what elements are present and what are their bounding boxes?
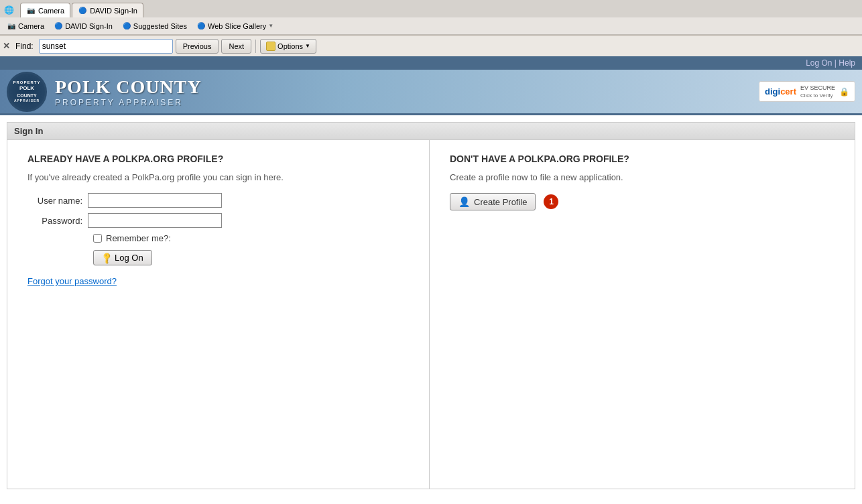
fav-webslice[interactable]: 🔵 Web Slice Gallery ▼ [192, 20, 278, 32]
fav-camera-label: Camera [18, 22, 44, 30]
right-section-title: DON'T HAVE A POLKPA.ORG PROFILE? [450, 153, 835, 164]
lock-icon: 🔒 [839, 87, 849, 97]
next-button[interactable]: Next [221, 39, 251, 54]
ev-secure-label: EV SECURE [800, 84, 835, 92]
username-row: User name: [34, 193, 409, 208]
signin-content: ALREADY HAVE A POLKPA.ORG PROFILE? If yo… [7, 140, 855, 489]
create-profile-button[interactable]: 👤 Create Profile [450, 193, 536, 210]
header-top-separator: | [835, 58, 837, 68]
site-subtitle: PROPERTY APPRAISER [55, 98, 202, 107]
signin-panel-title: Sign In [14, 126, 43, 136]
logon-button-label: Log On [115, 253, 143, 263]
logo-text-polk: POLK [13, 85, 40, 92]
password-row: Password: [34, 213, 409, 228]
site-header: PROPERTY POLK COUNTY APPRAISER POLK COUN… [0, 70, 862, 115]
user-icon: 👤 [458, 196, 470, 207]
header-left: PROPERTY POLK COUNTY APPRAISER POLK COUN… [7, 72, 202, 112]
find-label: Find: [15, 42, 34, 51]
signin-panel: Sign In ALREADY HAVE A POLKPA.ORG PROFIL… [7, 122, 855, 489]
options-button[interactable]: Options ▼ [260, 39, 316, 54]
fav-camera-icon: 📷 [7, 21, 16, 31]
options-label: Options [278, 42, 303, 50]
click-to-verify-label: Click to Verify [800, 92, 835, 99]
right-section-desc: Create a profile now to file a new appli… [450, 172, 835, 182]
fav-suggested-icon: 🔵 [122, 21, 131, 31]
site-title-block: POLK COUNTY PROPERTY APPRAISER [55, 76, 202, 107]
help-link[interactable]: Help [839, 58, 855, 68]
tab-bar: 🌐 📷 Camera 🔵 DAVID Sign-In [0, 0, 862, 17]
fav-suggested-label: Suggested Sites [133, 22, 187, 30]
notification-badge: 1 [544, 194, 558, 209]
site-title: POLK COUNTY [55, 76, 202, 98]
fav-suggested[interactable]: 🔵 Suggested Sites [118, 20, 191, 32]
options-dropdown-arrow: ▼ [305, 43, 310, 49]
find-separator [255, 40, 256, 53]
left-section-desc: If you've already created a PolkPa.org p… [27, 172, 409, 182]
fav-camera[interactable]: 📷 Camera [3, 20, 48, 32]
tab-label-camera: Camera [38, 7, 64, 15]
signin-left: ALREADY HAVE A POLKPA.ORG PROFILE? If yo… [7, 140, 430, 489]
site-logo: PROPERTY POLK COUNTY APPRAISER [7, 72, 47, 112]
signin-panel-header: Sign In [7, 123, 855, 140]
key-icon: 🔑 [100, 251, 114, 265]
tab-david[interactable]: 🔵 DAVID Sign-In [72, 3, 143, 17]
digicert-right: EV SECURE Click to Verify [800, 84, 835, 99]
logo-text-appraiser: APPRAISER [13, 99, 40, 103]
login-link[interactable]: Log On [806, 58, 832, 68]
logon-button[interactable]: 🔑 Log On [93, 250, 152, 265]
fav-david-icon: 🔵 [54, 21, 63, 31]
signin-right: DON'T HAVE A POLKPA.ORG PROFILE? Create … [430, 140, 855, 489]
find-bar: ✕ Find: Previous Next Options ▼ [0, 35, 862, 56]
remember-me-label: Remember me?: [106, 233, 171, 243]
browser-icon[interactable]: 🌐 [3, 4, 15, 16]
logo-text-property: PROPERTY [13, 80, 40, 86]
tab-icon-camera: 📷 [26, 6, 36, 15]
header-right: digicert EV SECURE Click to Verify 🔒 [759, 81, 855, 102]
fav-webslice-dropdown-arrow: ▼ [268, 23, 273, 29]
username-label: User name: [34, 196, 88, 206]
fav-webslice-label: Web Slice Gallery [208, 22, 266, 30]
password-label: Password: [34, 216, 88, 226]
left-section-title: ALREADY HAVE A POLKPA.ORG PROFILE? [27, 153, 409, 164]
remember-me-checkbox[interactable] [93, 234, 102, 243]
highlight-icon [266, 42, 275, 51]
forgot-password-container: Forgot your password? [27, 276, 409, 286]
fav-david[interactable]: 🔵 DAVID Sign-In [50, 20, 117, 32]
fav-webslice-icon: 🔵 [196, 21, 206, 31]
previous-button[interactable]: Previous [176, 39, 219, 54]
header-top-bar: Log On | Help [0, 56, 862, 70]
tab-label-david: DAVID Sign-In [90, 7, 137, 15]
remember-me-row: Remember me?: [93, 233, 409, 243]
create-profile-area: 👤 Create Profile 1 [450, 193, 835, 210]
find-input[interactable] [39, 39, 173, 54]
logo-text-county: COUNTY [13, 92, 40, 99]
favorites-bar: 📷 Camera 🔵 DAVID Sign-In 🔵 Suggested Sit… [0, 17, 862, 35]
username-input[interactable] [88, 193, 222, 208]
active-tab[interactable]: 📷 Camera [20, 3, 70, 17]
fav-david-label: DAVID Sign-In [65, 22, 113, 30]
tab-icon-david: 🔵 [78, 6, 87, 15]
forgot-password-link[interactable]: Forgot your password? [27, 276, 117, 286]
login-form: User name: Password: Remember me?: 🔑 Log… [34, 193, 409, 265]
digicert-logo: digicert [765, 86, 796, 97]
digicert-badge[interactable]: digicert EV SECURE Click to Verify 🔒 [759, 81, 855, 102]
close-find-button[interactable]: ✕ [3, 41, 10, 51]
password-input[interactable] [88, 213, 222, 228]
create-profile-label: Create Profile [474, 197, 527, 207]
digicert-brand: digicert [765, 86, 796, 97]
